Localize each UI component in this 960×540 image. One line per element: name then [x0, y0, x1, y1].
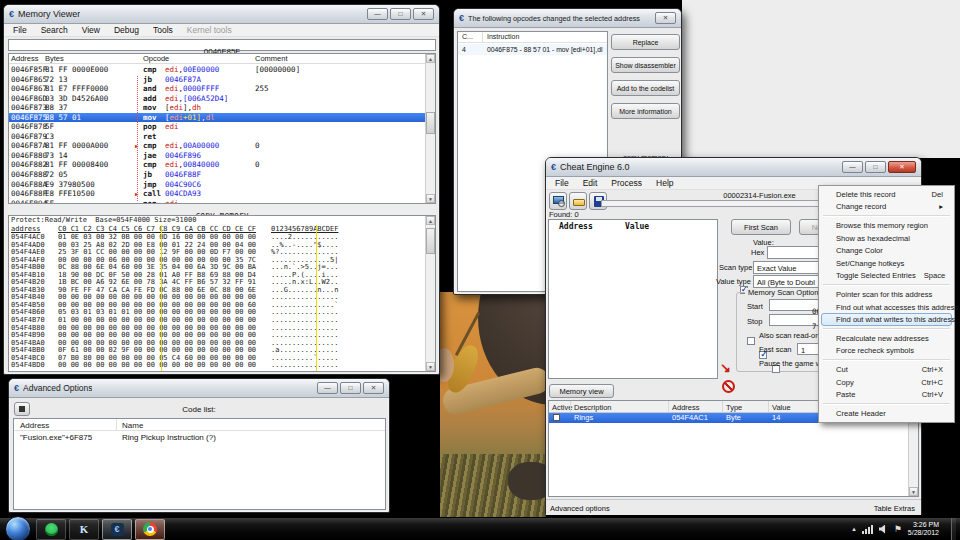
menu-item-create-header[interactable]: Create Header [821, 407, 952, 420]
disasm-row[interactable]: 0046F88AE9 37980500jmp004C90C6 [9, 180, 425, 190]
taskbar-k-app-button[interactable]: K [69, 519, 99, 540]
menu-debug[interactable]: Debug [107, 25, 146, 35]
maximize-button[interactable]: □ [390, 8, 411, 20]
start-button[interactable] [5, 516, 31, 540]
disasm-row[interactable]: 0046F87A81 FF 0000A000▶cmpedi,00A000000 [9, 141, 425, 151]
column-header-address[interactable]: Address [11, 54, 39, 63]
memory-viewer-titlebar[interactable]: € Memory Viewer — □ ✕ [4, 5, 439, 24]
cheat-engine-titlebar[interactable]: € Cheat Engine 6.0 — □ ✕ [546, 158, 921, 177]
menu-kernel-tools[interactable]: Kernel tools [180, 25, 239, 35]
column-header-comment[interactable]: Comment [255, 54, 288, 63]
scroll-down-arrow[interactable]: ▼ [426, 362, 435, 371]
open-table-button[interactable] [569, 192, 587, 210]
menu-process[interactable]: Process [604, 178, 649, 188]
column-header-instruction[interactable]: Instruction [487, 33, 519, 40]
menu-item-browse-this-memory-region[interactable]: Browse this memory region [821, 219, 952, 232]
minimize-button[interactable]: — [367, 8, 388, 20]
disasm-row[interactable]: 0046F87588 57 01mov[edi+01],dl [9, 113, 425, 123]
memory-view-button[interactable]: Memory view [549, 384, 614, 398]
menu-search[interactable]: Search [34, 25, 75, 35]
scroll-down-arrow[interactable]: ▼ [909, 487, 918, 496]
hidden-icons-arrow[interactable]: ▴ [852, 525, 856, 533]
menu-item-pointer-scan-for-this-address[interactable]: Pointer scan for this address [821, 288, 952, 301]
stop-sign-icon[interactable] [722, 380, 735, 393]
scroll-thumb[interactable] [426, 228, 435, 254]
disasm-row[interactable]: 0046F85F81 FF 0000E000cmpedi,00E00000[00… [9, 65, 425, 75]
disasm-row[interactable]: 0046F86781 E7 FFFF0000andedi,0000FFFF255 [9, 84, 425, 94]
menu-tools[interactable]: Tools [146, 25, 180, 35]
results-column-value[interactable]: Value [625, 222, 649, 231]
column-header-count[interactable]: C... [462, 33, 473, 40]
hexview-pane[interactable]: Protect:Read/Write Base=054F4000 Size=31… [8, 215, 436, 372]
menu-file[interactable]: File [6, 25, 34, 35]
readonly-checkbox[interactable] [747, 337, 755, 345]
scroll-up-arrow[interactable]: ▲ [426, 216, 435, 225]
taskbar-spotify-button[interactable] [36, 519, 66, 540]
scroll-thumb[interactable] [426, 112, 435, 134]
column-header-name[interactable]: Name [122, 421, 143, 430]
taskbar-chrome-button[interactable] [135, 519, 165, 540]
disasm-row[interactable]: 0046F87388 37mov[edi],dh [9, 103, 425, 113]
button-more-information[interactable]: More information [611, 103, 680, 119]
column-header-opcode[interactable]: Opcode [143, 54, 169, 63]
menu-help[interactable]: Help [649, 178, 680, 188]
address-bar[interactable]: 0046F85F [8, 39, 436, 51]
menu-item-cut[interactable]: CutCtrl+X [821, 363, 952, 376]
menu-item-change-color[interactable]: Change Color [821, 244, 952, 257]
action-center-flag-icon[interactable]: ⚑ [894, 524, 902, 534]
menu-item-delete-this-record[interactable]: Delete this recordDel [821, 188, 952, 201]
column-header-description[interactable]: Description [574, 403, 612, 412]
clock[interactable]: 3:26 PM 5/28/2012 [908, 521, 945, 537]
menu-item-copy[interactable]: CopyCtrl+C [821, 376, 952, 389]
menu-item-find-out-what-writes-to-this-address[interactable]: Find out what writes to this address [821, 313, 952, 326]
disasm-row[interactable]: 0046F86572 13jb0046F87A [9, 75, 425, 85]
hex-row[interactable]: 054F4BD000 00 00 00 00 00 00 00 00 00 00… [9, 362, 435, 370]
column-header-address[interactable]: Address [672, 403, 700, 412]
code-list-row[interactable]: "Fusion.exe"+6F875Ring Pickup Instructio… [14, 432, 385, 444]
menu-item-set-change-hotkeys[interactable]: Set/Change hotkeys [821, 257, 952, 270]
column-header-bytes[interactable]: Bytes [45, 54, 64, 63]
disassembler-pane[interactable]: AddressBytesOpcodeComment 0046F85F81 FF … [8, 53, 436, 204]
disasm-row[interactable]: 0046F8785Fpopedi [9, 122, 425, 132]
scroll-down-arrow[interactable]: ▼ [426, 194, 435, 203]
first-scan-button[interactable]: First Scan [731, 219, 791, 235]
maximize-button[interactable]: □ [340, 382, 361, 394]
menu-item-find-out-what-accesses-this-address[interactable]: Find out what accesses this address [821, 301, 952, 314]
close-button[interactable]: ✕ [413, 8, 434, 20]
button-replace[interactable]: Replace [611, 34, 680, 50]
scroll-up-arrow[interactable]: ▲ [426, 54, 435, 63]
button-show-disassembler[interactable]: Show disassembler [611, 57, 680, 73]
minimize-button[interactable]: — [317, 382, 338, 394]
opcodes-window-titlebar[interactable]: € The following opcodes changed the sele… [454, 9, 681, 28]
select-process-button[interactable] [549, 192, 567, 210]
table-extras-link[interactable]: Table Extras [874, 504, 915, 513]
advanced-options-titlebar[interactable]: € Advanced Options — □ ✕ [9, 379, 389, 398]
column-header-address[interactable]: Address [20, 421, 49, 430]
menu-edit[interactable]: Edit [576, 178, 605, 188]
column-header-type[interactable]: Type [726, 403, 742, 412]
menu-file[interactable]: File [548, 178, 576, 188]
taskbar-cheat-engine-button[interactable]: € [102, 519, 132, 540]
menu-item-paste[interactable]: PasteCtrl+V [821, 388, 952, 401]
disasm-row[interactable]: 0046F88073 14jae0046F896 [9, 151, 425, 161]
close-button[interactable]: ✕ [888, 161, 916, 173]
results-column-address[interactable]: Address [559, 222, 593, 231]
menu-view[interactable]: View [75, 25, 107, 35]
button-add-to-the-codelist[interactable]: Add to the codelist [611, 80, 680, 96]
close-button[interactable]: ✕ [655, 12, 676, 24]
menu-item-change-record[interactable]: Change record▸ [821, 201, 952, 214]
advanced-options-link[interactable]: Advanced options [550, 504, 610, 513]
disasm-row[interactable]: 0046F879C3ret [9, 132, 425, 142]
hex-scrollbar[interactable]: ▲ ▼ [425, 216, 435, 371]
menu-item-show-as-hexadecimal[interactable]: Show as hexadecimal [821, 232, 952, 245]
close-button[interactable]: ✕ [363, 382, 384, 394]
menu-item-force-recheck-symbols[interactable]: Force recheck symbols [821, 345, 952, 358]
menu-item-recalculate-new-addresses[interactable]: Recalculate new addresses [821, 332, 952, 345]
minimize-button[interactable]: — [842, 161, 863, 173]
scan-results-list[interactable]: Address Value [548, 219, 718, 379]
code-list[interactable]: Address Name "Fusion.exe"+6F875Ring Pick… [13, 418, 386, 510]
disasm-row[interactable]: 0046F88FE8 FFE10500▶call004CDA93 [9, 189, 425, 199]
opcode-row[interactable]: 40046F875 - 88 57 01 - mov [edi+01],dl [458, 44, 607, 55]
column-header-value[interactable]: Value [772, 403, 791, 412]
maximize-button[interactable]: □ [865, 161, 886, 173]
